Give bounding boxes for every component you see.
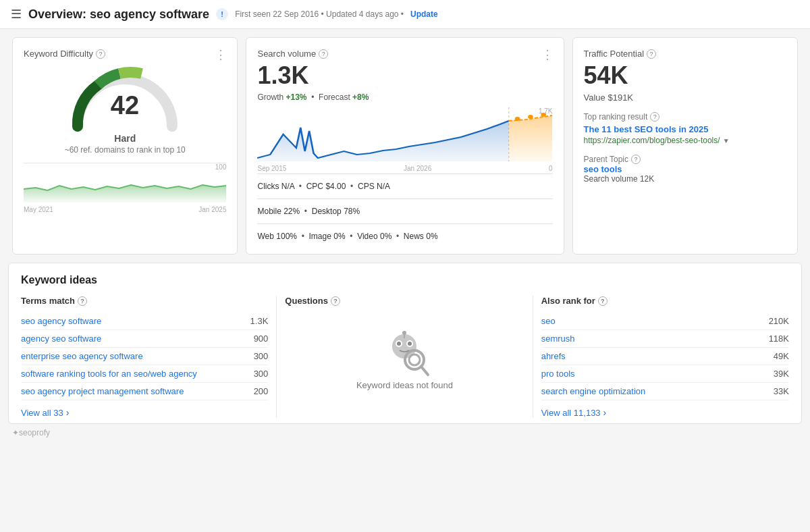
kd-chart-label-right: Jan 2025 <box>198 206 226 213</box>
cards-row: Keyword Difficulty ? ⋮ 42 Hard ~60 ref. … <box>0 29 810 255</box>
terms-match-help-icon[interactable]: ? <box>78 296 87 306</box>
sv-chart-right: Jan 2026 <box>404 165 431 172</box>
kd-help-icon[interactable]: ? <box>96 49 105 59</box>
sv-chart-left: Sep 2015 <box>257 165 286 172</box>
kd-sparkline: 100 May 2021 Jan 2025 <box>24 163 226 213</box>
sv-device-row: Mobile 22% • Desktop 78% <box>257 205 552 218</box>
gauge-svg: 42 <box>64 59 186 133</box>
kd-card-title: Keyword Difficulty ? <box>24 49 226 59</box>
ki-term-link-0[interactable]: seo agency software <box>21 316 101 326</box>
sv-forecast-value: +8% <box>352 92 369 102</box>
empty-state-icon <box>377 326 431 380</box>
tp-value-row: Value $191K <box>584 92 786 103</box>
tp-top-ranking-section: Top ranking result ? The 11 best SEO too… <box>584 112 786 145</box>
tp-parent-help-icon[interactable]: ? <box>631 155 641 164</box>
svg-line-11 <box>421 367 428 375</box>
ki-term-vol-4: 200 <box>254 386 269 396</box>
also-rank-for-column: Also rank for ? seo 210K semrush 118K ah… <box>533 296 789 418</box>
traffic-potential-card: Traffic Potential ? 54K Value $191K Top … <box>572 37 798 255</box>
list-item: search engine optimization 33K <box>541 383 789 400</box>
ki-rank-link-0[interactable]: seo <box>541 316 556 326</box>
menu-icon[interactable]: ☰ <box>11 7 22 22</box>
kd-more-icon[interactable]: ⋮ <box>215 47 227 62</box>
tp-card-title: Traffic Potential ? <box>584 49 786 59</box>
tp-parent-search-vol: Search volume 12K <box>584 174 786 184</box>
terms-match-chevron: › <box>66 407 70 418</box>
tp-parent-topic-section: Parent Topic ? seo tools Search volume 1… <box>584 155 786 184</box>
ki-rank-vol-4: 33K <box>774 386 789 396</box>
terms-match-view-all[interactable]: View all 33 › <box>21 407 268 418</box>
also-rank-for-title: Also rank for ? <box>541 296 789 306</box>
ki-rank-link-1[interactable]: semrush <box>541 334 575 344</box>
list-item: seo agency project management software 2… <box>21 383 268 400</box>
ki-term-link-4[interactable]: seo agency project management software <box>21 386 184 396</box>
ki-term-link-3[interactable]: software ranking tools for an seo/web ag… <box>21 369 197 379</box>
ki-rank-link-2[interactable]: ahrefs <box>541 351 566 361</box>
kd-sublabel: ~60 ref. domains to rank in top 10 <box>24 145 226 155</box>
sv-chart: 1.7K <box>257 107 552 168</box>
sv-number: 1.3K <box>257 61 552 90</box>
ki-rank-vol-2: 49K <box>774 351 789 361</box>
questions-title: Questions ? <box>285 296 524 306</box>
sv-type-row: Web 100% • Image 0% • Video 0% • News 0% <box>257 230 552 243</box>
update-link[interactable]: Update <box>410 9 438 19</box>
questions-column: Questions ? <box>277 296 533 418</box>
tp-ranking-help-icon[interactable]: ? <box>650 112 659 122</box>
tp-ranking-title-link[interactable]: The 11 best SEO tools in 2025 <box>584 124 786 134</box>
list-item: pro tools 39K <box>541 365 789 383</box>
ki-term-link-2[interactable]: enterprise seo agency software <box>21 351 143 361</box>
kd-chart-max: 100 <box>215 163 227 171</box>
footer: ✦seoprofy <box>0 424 810 442</box>
svg-point-10 <box>409 354 420 365</box>
tp-number: 54K <box>584 61 786 90</box>
kd-sparkline-svg <box>24 169 226 203</box>
ki-rank-link-4[interactable]: search engine optimization <box>541 386 646 396</box>
also-rank-for-view-all[interactable]: View all 11,133 › <box>541 407 789 418</box>
list-item: agency seo software 900 <box>21 330 268 348</box>
kd-chart-labels: May 2021 Jan 2025 <box>24 206 226 213</box>
sv-clicks-row: Clicks N/A • CPC $4.00 • CPS N/A <box>257 180 552 193</box>
keyword-ideas-section: Keyword ideas Terms match ? seo agency s… <box>8 263 802 424</box>
top-bar: ☰ Overview: seo agency software ! First … <box>0 0 810 29</box>
questions-empty-state: Keyword ideas not found <box>285 313 524 404</box>
sv-growth-value: +13% <box>286 92 307 102</box>
ki-term-vol-1: 900 <box>254 334 269 344</box>
kd-gauge: 42 <box>64 59 186 133</box>
keyword-ideas-title: Keyword ideas <box>21 274 789 286</box>
ki-term-link-1[interactable]: agency seo software <box>21 334 101 344</box>
list-item: software ranking tools for an seo/web ag… <box>21 365 268 383</box>
sv-growth-row: Growth +13% • Forecast +8% <box>257 92 552 102</box>
questions-empty-text: Keyword ideas not found <box>356 380 453 390</box>
also-rank-for-help-icon[interactable]: ? <box>598 296 608 306</box>
ki-rank-vol-1: 118K <box>769 334 789 344</box>
gauge-number: 42 <box>111 91 139 119</box>
info-badge[interactable]: ! <box>216 8 228 20</box>
tp-help-icon[interactable]: ? <box>647 49 656 59</box>
list-item: semrush 118K <box>541 330 789 348</box>
svg-point-2 <box>529 115 534 119</box>
kd-chart-label-left: May 2021 <box>24 206 53 213</box>
tp-parent-topic-keyword-link[interactable]: seo tools <box>584 164 622 174</box>
page-title: Overview: seo agency software <box>28 7 209 22</box>
ki-rank-vol-3: 39K <box>774 369 789 379</box>
keyword-difficulty-card: Keyword Difficulty ? ⋮ 42 Hard ~60 ref. … <box>12 37 238 255</box>
search-volume-card: Search volume ? ⋮ 1.3K Growth +13% • For… <box>246 37 564 255</box>
ki-term-vol-3: 300 <box>254 369 269 379</box>
sv-help-icon[interactable]: ? <box>319 49 328 59</box>
sv-chart-svg <box>257 107 552 161</box>
sv-more-icon[interactable]: ⋮ <box>541 47 554 62</box>
questions-help-icon[interactable]: ? <box>331 296 340 306</box>
tp-ranking-url-link[interactable]: https://zapier.com/blog/best-seo-tools/ <box>584 136 720 145</box>
tp-url-arrow: ▼ <box>723 137 730 144</box>
list-item: ahrefs 49K <box>541 348 789 365</box>
sv-chart-max: 1.7K <box>539 107 553 115</box>
list-item: enterprise seo agency software 300 <box>21 348 268 365</box>
meta-text: First seen 22 Sep 2016 • Updated 4 days … <box>235 9 404 19</box>
sv-card-title: Search volume ? <box>257 49 552 59</box>
kd-label: Hard <box>24 133 226 144</box>
terms-match-column: Terms match ? seo agency software 1.3K a… <box>21 296 277 418</box>
ki-rank-link-3[interactable]: pro tools <box>541 369 575 379</box>
terms-match-title: Terms match ? <box>21 296 268 306</box>
svg-point-1 <box>515 117 520 121</box>
seoprofy-logo: ✦seoprofy <box>12 428 50 437</box>
